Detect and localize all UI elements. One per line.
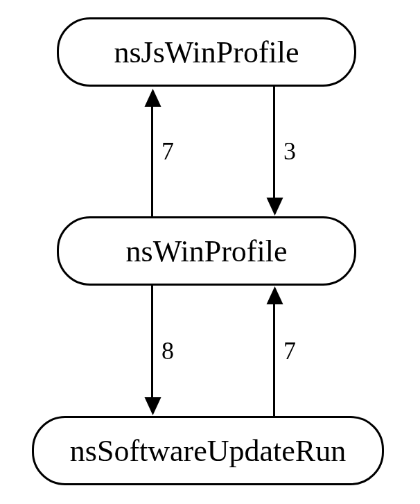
node-label: nsSoftwareUpdateRun [70, 433, 346, 469]
edge-mid-to-bottom-line [151, 286, 153, 399]
edge-bottom-to-mid-arrow [267, 286, 283, 304]
node-label: nsWinProfile [126, 234, 288, 269]
edge-mid-to-bottom-arrow [145, 397, 161, 415]
node-nssoftwareupdaterun: nsSoftwareUpdateRun [32, 416, 384, 485]
node-nswinprofile: nsWinProfile [57, 216, 356, 286]
edge-mid-to-top-label: 7 [161, 137, 174, 166]
node-nsjswinprofile: nsJsWinProfile [57, 17, 356, 87]
edge-mid-to-top-arrow [145, 89, 161, 107]
edge-bottom-to-mid-line [273, 303, 275, 416]
edge-top-to-mid-line [273, 87, 275, 199]
edge-mid-to-bottom-label: 8 [161, 336, 174, 365]
node-label: nsJsWinProfile [114, 35, 299, 70]
edge-mid-to-top-line [151, 104, 153, 216]
diagram-canvas: nsJsWinProfile nsWinProfile nsSoftwareUp… [0, 0, 420, 504]
edge-top-to-mid-label: 3 [283, 137, 296, 166]
edge-top-to-mid-arrow [267, 198, 283, 216]
edge-bottom-to-mid-label: 7 [283, 336, 296, 365]
